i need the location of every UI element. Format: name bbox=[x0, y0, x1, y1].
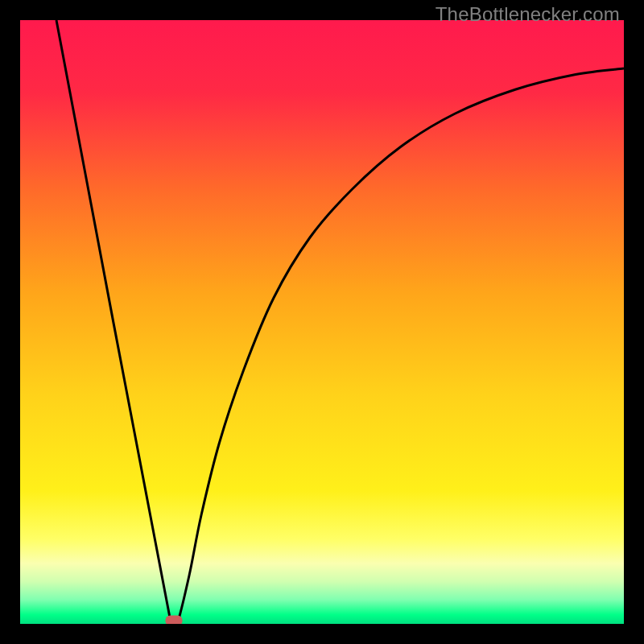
chart-svg bbox=[20, 20, 624, 624]
chart-background bbox=[20, 20, 624, 624]
plot-area bbox=[20, 20, 624, 624]
watermark-text: TheBottlenecker.com bbox=[436, 3, 620, 26]
chart-frame: TheBottlenecker.com bbox=[0, 0, 644, 644]
optimal-marker bbox=[166, 616, 183, 624]
